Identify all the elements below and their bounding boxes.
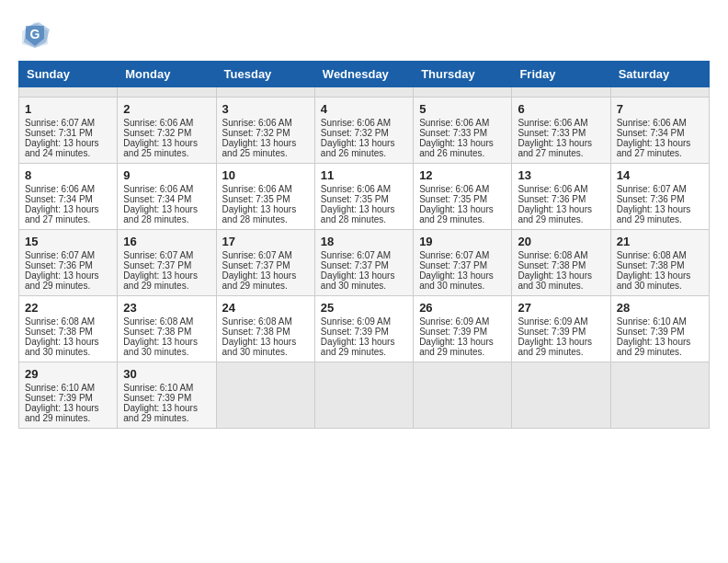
sunset-text: Sunset: 7:36 PM (25, 260, 111, 270)
sunrise-text: Sunrise: 6:06 AM (321, 184, 407, 194)
daylight-text: Daylight: 13 hours and 29 minutes. (123, 270, 210, 291)
sunset-text: Sunset: 7:33 PM (419, 128, 506, 138)
calendar-cell: 10Sunrise: 6:06 AMSunset: 7:35 PMDayligh… (216, 164, 314, 230)
calendar-week-row: 15Sunrise: 6:07 AMSunset: 7:36 PMDayligh… (19, 230, 710, 296)
calendar-cell: 3Sunrise: 6:06 AMSunset: 7:32 PMDaylight… (216, 98, 314, 164)
sunset-text: Sunset: 7:31 PM (25, 128, 111, 138)
daylight-text: Daylight: 13 hours and 30 minutes. (617, 270, 703, 291)
sunrise-text: Sunrise: 6:06 AM (321, 118, 407, 128)
day-number: 21 (617, 235, 703, 248)
sunset-text: Sunset: 7:39 PM (518, 327, 604, 337)
day-number: 24 (222, 301, 309, 315)
day-number: 26 (419, 301, 506, 315)
sunrise-text: Sunrise: 6:06 AM (222, 184, 309, 194)
daylight-text: Daylight: 13 hours and 28 minutes. (321, 204, 407, 224)
daylight-text: Daylight: 13 hours and 28 minutes. (222, 204, 309, 224)
day-number: 8 (25, 168, 111, 182)
day-number: 14 (617, 168, 703, 182)
day-of-week-header: Monday (118, 62, 216, 87)
sunset-text: Sunset: 7:39 PM (25, 393, 111, 403)
logo: G (18, 18, 57, 52)
sunset-text: Sunset: 7:33 PM (518, 128, 604, 138)
calendar-cell: 20Sunrise: 6:08 AMSunset: 7:38 PMDayligh… (512, 230, 610, 296)
calendar-cell: 8Sunrise: 6:06 AMSunset: 7:34 PMDaylight… (19, 164, 118, 230)
sunset-text: Sunset: 7:38 PM (222, 327, 309, 337)
sunrise-text: Sunrise: 6:08 AM (123, 316, 210, 327)
day-of-week-header: Saturday (610, 62, 709, 87)
sunrise-text: Sunrise: 6:06 AM (518, 118, 604, 128)
day-number: 1 (25, 102, 111, 116)
sunrise-text: Sunrise: 6:08 AM (222, 316, 309, 327)
sunset-text: Sunset: 7:36 PM (617, 194, 703, 204)
calendar-cell (610, 362, 709, 429)
calendar-cell: 2Sunrise: 6:06 AMSunset: 7:32 PMDaylight… (118, 98, 216, 164)
day-of-week-header: Wednesday (314, 62, 413, 87)
calendar-cell: 23Sunrise: 6:08 AMSunset: 7:38 PMDayligh… (118, 296, 216, 362)
daylight-text: Daylight: 13 hours and 30 minutes. (25, 337, 111, 357)
sunrise-text: Sunrise: 6:07 AM (617, 184, 703, 194)
sunrise-text: Sunrise: 6:07 AM (222, 250, 309, 260)
sunset-text: Sunset: 7:37 PM (123, 260, 210, 270)
day-number: 3 (222, 102, 309, 116)
calendar: SundayMondayTuesdayWednesdayThursdayFrid… (18, 61, 710, 429)
day-number: 16 (123, 235, 210, 248)
daylight-text: Daylight: 13 hours and 29 minutes. (25, 270, 111, 291)
sunset-text: Sunset: 7:36 PM (518, 194, 604, 204)
sunset-text: Sunset: 7:38 PM (123, 327, 210, 337)
calendar-cell: 25Sunrise: 6:09 AMSunset: 7:39 PMDayligh… (314, 296, 413, 362)
daylight-text: Daylight: 13 hours and 29 minutes. (222, 270, 309, 291)
daylight-text: Daylight: 13 hours and 27 minutes. (617, 138, 703, 158)
calendar-cell (414, 362, 512, 429)
day-of-week-header: Friday (512, 62, 610, 87)
calendar-cell: 1Sunrise: 6:07 AMSunset: 7:31 PMDaylight… (19, 98, 118, 164)
calendar-cell (118, 87, 216, 98)
svg-text:G: G (30, 27, 40, 41)
sunset-text: Sunset: 7:38 PM (25, 327, 111, 337)
day-number: 13 (518, 168, 604, 182)
sunset-text: Sunset: 7:39 PM (123, 393, 210, 403)
sunset-text: Sunset: 7:32 PM (222, 128, 309, 138)
daylight-text: Daylight: 13 hours and 29 minutes. (518, 337, 604, 357)
day-number: 18 (321, 235, 407, 248)
sunrise-text: Sunrise: 6:06 AM (123, 184, 210, 194)
calendar-cell: 13Sunrise: 6:06 AMSunset: 7:36 PMDayligh… (512, 164, 610, 230)
daylight-text: Daylight: 13 hours and 27 minutes. (518, 138, 604, 158)
sunrise-text: Sunrise: 6:07 AM (25, 250, 111, 260)
logo-icon: G (18, 18, 51, 52)
sunrise-text: Sunrise: 6:06 AM (518, 184, 604, 194)
calendar-cell: 28Sunrise: 6:10 AMSunset: 7:39 PMDayligh… (610, 296, 709, 362)
daylight-text: Daylight: 13 hours and 30 minutes. (123, 337, 210, 357)
sunset-text: Sunset: 7:37 PM (222, 260, 309, 270)
sunset-text: Sunset: 7:35 PM (419, 194, 506, 204)
sunrise-text: Sunrise: 6:07 AM (25, 118, 111, 128)
calendar-cell: 6Sunrise: 6:06 AMSunset: 7:33 PMDaylight… (512, 98, 610, 164)
sunrise-text: Sunrise: 6:09 AM (321, 316, 407, 327)
daylight-text: Daylight: 13 hours and 26 minutes. (321, 138, 407, 158)
sunrise-text: Sunrise: 6:09 AM (518, 316, 604, 327)
day-number: 4 (321, 102, 407, 116)
daylight-text: Daylight: 13 hours and 29 minutes. (617, 204, 703, 224)
day-number: 15 (25, 235, 111, 248)
sunset-text: Sunset: 7:39 PM (419, 327, 506, 337)
daylight-text: Daylight: 13 hours and 29 minutes. (123, 403, 210, 423)
sunrise-text: Sunrise: 6:07 AM (419, 250, 506, 260)
daylight-text: Daylight: 13 hours and 29 minutes. (518, 204, 604, 224)
day-number: 20 (518, 235, 604, 248)
daylight-text: Daylight: 13 hours and 29 minutes. (617, 337, 703, 357)
sunset-text: Sunset: 7:35 PM (222, 194, 309, 204)
sunrise-text: Sunrise: 6:06 AM (617, 118, 703, 128)
calendar-cell: 22Sunrise: 6:08 AMSunset: 7:38 PMDayligh… (19, 296, 118, 362)
sunrise-text: Sunrise: 6:06 AM (419, 184, 506, 194)
calendar-header-row: SundayMondayTuesdayWednesdayThursdayFrid… (19, 62, 710, 87)
day-number: 11 (321, 168, 407, 182)
calendar-cell (414, 87, 512, 98)
day-number: 17 (222, 235, 309, 248)
calendar-cell: 12Sunrise: 6:06 AMSunset: 7:35 PMDayligh… (414, 164, 512, 230)
sunset-text: Sunset: 7:38 PM (518, 260, 604, 270)
sunset-text: Sunset: 7:32 PM (123, 128, 210, 138)
calendar-cell (512, 362, 610, 429)
calendar-cell: 9Sunrise: 6:06 AMSunset: 7:34 PMDaylight… (118, 164, 216, 230)
day-number: 29 (25, 367, 111, 381)
day-number: 30 (123, 367, 210, 381)
day-number: 9 (123, 168, 210, 182)
